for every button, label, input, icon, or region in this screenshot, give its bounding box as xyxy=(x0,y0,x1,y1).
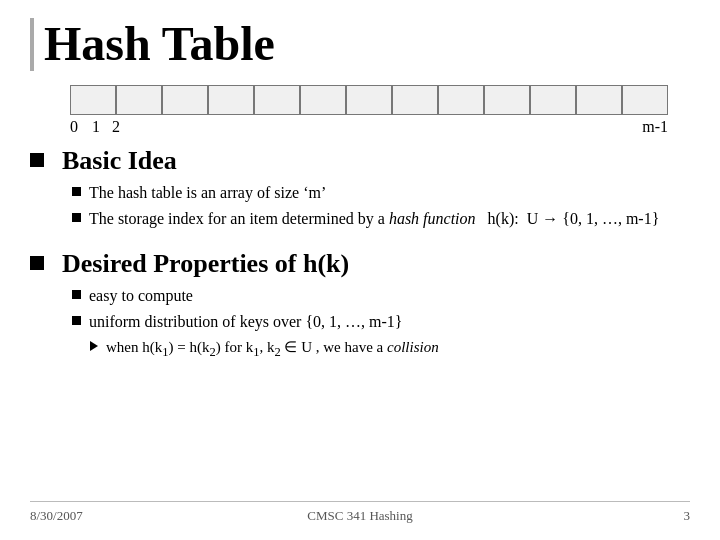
array-label-1: 1 xyxy=(92,118,100,136)
list-item: when h(k1) = h(k2) for k1, k2 ∈ U , we h… xyxy=(90,337,690,362)
section-title-1: Basic Idea xyxy=(62,146,690,176)
hash-cell-3 xyxy=(208,85,254,115)
footer: 8/30/2007 CMSC 341 Hashing 3 xyxy=(30,501,690,524)
hash-cell-4 xyxy=(254,85,300,115)
sq-bullet-icon xyxy=(72,187,81,196)
tri-bullet-icon xyxy=(90,341,98,351)
bullet-text: The storage index for an item determined… xyxy=(89,208,659,230)
hash-cell-6 xyxy=(346,85,392,115)
sq-bullet-icon xyxy=(72,213,81,222)
sq-bullet-icon xyxy=(72,316,81,325)
footer-title: CMSC 341 Hashing xyxy=(250,508,470,524)
array-label-2: 2 xyxy=(112,118,120,136)
collision-list: when h(k1) = h(k2) for k1, k2 ∈ U , we h… xyxy=(62,337,690,362)
hash-cell-2 xyxy=(162,85,208,115)
basic-idea-list: The hash table is an array of size ‘m’ T… xyxy=(62,182,690,231)
hash-array-container: 0 1 2 m-1 xyxy=(70,85,690,136)
hash-cell-8 xyxy=(438,85,484,115)
hash-array xyxy=(70,85,690,115)
section-basic-idea: Basic Idea The hash table is an array of… xyxy=(30,146,690,235)
list-item: easy to compute xyxy=(72,285,690,307)
bullet-n-2 xyxy=(30,250,52,270)
list-item: The hash table is an array of size ‘m’ xyxy=(72,182,690,204)
section-body-1: Basic Idea The hash table is an array of… xyxy=(62,146,690,235)
slide: Hash Table 0 1 2 m-1 xyxy=(0,0,720,540)
footer-page: 3 xyxy=(470,508,690,524)
bullet-text: easy to compute xyxy=(89,285,193,307)
section-desired-properties: Desired Properties of h(k) easy to compu… xyxy=(30,249,690,364)
section-title-2: Desired Properties of h(k) xyxy=(62,249,690,279)
desired-props-list: easy to compute uniform distribution of … xyxy=(62,285,690,334)
collision-text: when h(k1) = h(k2) for k1, k2 ∈ U , we h… xyxy=(106,337,439,362)
section-body-2: Desired Properties of h(k) easy to compu… xyxy=(62,249,690,364)
hash-cell-0 xyxy=(70,85,116,115)
hash-cell-11 xyxy=(576,85,622,115)
array-label-0: 0 xyxy=(70,118,78,136)
hash-cell-1 xyxy=(116,85,162,115)
footer-date: 8/30/2007 xyxy=(30,508,250,524)
sq-bullet-icon xyxy=(72,290,81,299)
hash-cell-7 xyxy=(392,85,438,115)
slide-title: Hash Table xyxy=(30,18,690,71)
list-item: uniform distribution of keys over {0, 1,… xyxy=(72,311,690,333)
hash-cell-5 xyxy=(300,85,346,115)
bullet-n-1 xyxy=(30,147,52,167)
content: Basic Idea The hash table is an array of… xyxy=(30,146,690,501)
hash-cell-12 xyxy=(622,85,668,115)
hash-cell-10 xyxy=(530,85,576,115)
array-label-last: m-1 xyxy=(642,118,668,136)
hash-cell-9 xyxy=(484,85,530,115)
bullet-text: uniform distribution of keys over {0, 1,… xyxy=(89,311,403,333)
list-item: The storage index for an item determined… xyxy=(72,208,690,230)
bullet-text: The hash table is an array of size ‘m’ xyxy=(89,182,326,204)
